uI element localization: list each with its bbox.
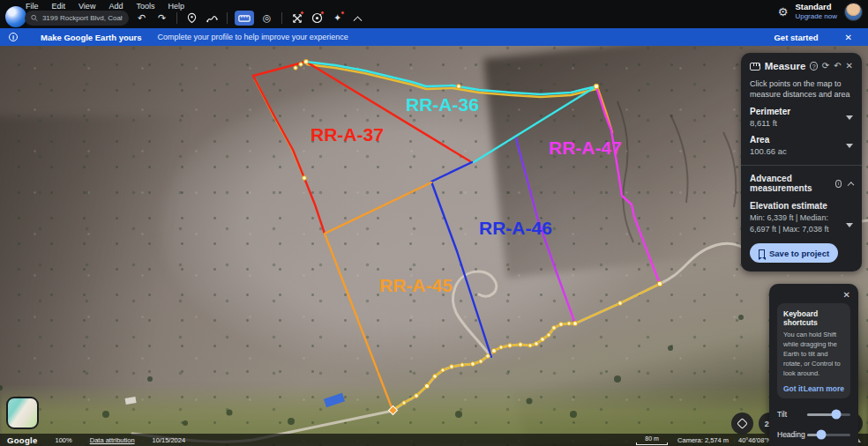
toolbar: ↶ ↷ ◎ ✦ xyxy=(25,11,365,26)
got-it-button[interactable]: Got it xyxy=(783,384,803,393)
map-canvas[interactable]: RR-A-36 RR-A-37 RR-A-45 RR-A-46 RR-A-47 … xyxy=(0,46,868,446)
orbit-button[interactable] xyxy=(310,11,325,26)
banner-close-icon[interactable]: ✕ xyxy=(845,33,852,42)
parcel-label-rr-a-45: RR-A-45 xyxy=(379,275,453,295)
advanced-info-icon[interactable]: i xyxy=(835,180,842,188)
look-around-button[interactable] xyxy=(731,413,753,435)
heading-slider-thumb[interactable] xyxy=(816,430,826,440)
banner-title: Make Google Earth yours xyxy=(41,33,142,42)
heading-slider[interactable] xyxy=(807,434,850,436)
account-area: ⚙ Standard Upgrade now xyxy=(778,3,863,21)
bookmark-icon xyxy=(759,249,765,257)
minimap-thumbnail[interactable] xyxy=(6,397,39,429)
parcel-line-rr-a-46 xyxy=(431,162,491,357)
perimeter-value: 8,611 ft xyxy=(750,118,846,128)
path-icon xyxy=(206,13,218,23)
save-to-project-button[interactable]: Save to project xyxy=(750,243,838,263)
restart-icon[interactable]: ⟳ xyxy=(822,62,829,71)
top-bar: File Edit View Add Tools Help ↶ ↷ xyxy=(0,0,868,28)
move-3d-button[interactable] xyxy=(289,11,304,26)
parcel-line-rr-a-47 xyxy=(596,87,660,284)
plan-upgrade[interactable]: Standard Upgrade now xyxy=(795,3,837,20)
elevation-label: Elevation estimate xyxy=(750,201,853,211)
perimeter-label: Perimeter xyxy=(750,107,846,116)
redo-button[interactable]: ↷ xyxy=(154,11,169,26)
advanced-measurements-label: Advanced measurements xyxy=(750,174,832,193)
pin-icon xyxy=(187,12,197,24)
area-label: Area xyxy=(750,135,846,145)
toolbar-divider xyxy=(176,12,177,24)
panel-divider xyxy=(741,165,862,166)
search-box[interactable] xyxy=(25,11,129,26)
globe-disc-icon: ◎ xyxy=(263,12,272,24)
measure-panel-title: Measure xyxy=(765,61,806,71)
parcel-label-rr-a-46: RR-A-46 xyxy=(479,218,552,238)
diamond-icon xyxy=(737,418,748,429)
profile-banner: i Make Google Earth yours Complete your … xyxy=(0,28,868,46)
status-bar: Google 100% Data attribution 10/15/2024 … xyxy=(0,434,868,446)
banner-message: Complete your profile to help improve yo… xyxy=(158,33,348,41)
slideshow-button[interactable]: ◎ xyxy=(259,11,274,26)
imagery-zoom-level: 100% xyxy=(56,436,72,444)
shortcuts-title: Keyboard shortcuts xyxy=(783,309,844,327)
tilt-label: Tilt xyxy=(777,410,802,419)
keyboard-shortcuts-panel: ✕ Keyboard shortcuts You can hold Shift … xyxy=(769,284,858,446)
learn-more-link[interactable]: Learn more xyxy=(804,384,844,393)
area-row: Area 100.66 ac xyxy=(750,135,853,156)
parcel-label-rr-a-36: RR-A-36 xyxy=(406,94,479,115)
undo-button[interactable]: ↶ xyxy=(134,11,149,26)
heading-label: Heading xyxy=(777,430,802,439)
heading-row: Heading xyxy=(777,430,850,439)
measure-path-gold xyxy=(255,64,660,410)
imagery-date: 10/15/2024 xyxy=(153,436,186,444)
toolbar-divider xyxy=(227,12,228,24)
camera-altitude: Camera: 2,574 m xyxy=(677,436,729,444)
redo-icon: ↷ xyxy=(158,12,166,24)
notification-dot xyxy=(300,11,304,15)
measure-instructions: Click points on the map to measure dista… xyxy=(750,78,853,100)
info-icon: i xyxy=(9,33,18,41)
shortcuts-body: You can hold Shift while dragging the Ea… xyxy=(783,331,844,378)
notification-dot xyxy=(320,11,325,15)
area-value: 100.66 ac xyxy=(750,146,846,156)
avatar[interactable] xyxy=(844,3,863,21)
collapse-advanced-icon[interactable] xyxy=(848,182,855,189)
help-icon[interactable]: ? xyxy=(810,62,817,71)
notification-dot xyxy=(340,11,345,15)
buildings xyxy=(125,393,345,407)
area-units-dropdown[interactable] xyxy=(846,144,853,148)
map-scale: 80 m xyxy=(636,435,668,445)
measure-panel: Measure ? ⟳ ↶ ✕ Click points on the map … xyxy=(741,53,862,271)
parcel-line-rr-a-37 xyxy=(253,62,470,234)
ruler-icon xyxy=(238,14,251,23)
undo-measure-icon[interactable]: ↶ xyxy=(834,62,841,71)
search-icon xyxy=(31,14,38,22)
ruler-icon xyxy=(750,63,760,71)
plan-name: Standard xyxy=(795,3,837,12)
ai-features-button[interactable]: ✦ xyxy=(330,11,345,26)
draw-path-button[interactable] xyxy=(205,11,220,26)
measure-close-icon[interactable]: ✕ xyxy=(846,62,853,71)
undo-icon: ↶ xyxy=(138,12,146,24)
parcel-label-rr-a-47: RR-A-47 xyxy=(549,138,622,158)
google-watermark: Google xyxy=(7,435,38,445)
search-input[interactable] xyxy=(42,14,123,22)
collapse-toolbar-button[interactable] xyxy=(350,11,365,26)
perimeter-units-dropdown[interactable] xyxy=(846,115,853,120)
elevation-value: Min: 6,339 ft | Median: 6,697 ft | Max: … xyxy=(750,212,846,234)
shortcuts-close-icon[interactable]: ✕ xyxy=(777,290,850,300)
parcel-label-rr-a-37: RR-A-37 xyxy=(311,124,384,145)
get-started-button[interactable]: Get started xyxy=(774,33,818,42)
data-attribution-link[interactable]: Data attribution xyxy=(90,436,135,444)
upgrade-link[interactable]: Upgrade now xyxy=(795,12,837,20)
settings-gear-icon[interactable]: ⚙ xyxy=(778,5,789,19)
google-earth-app: File Edit View Add Tools Help ↶ ↷ xyxy=(0,0,868,446)
tilt-row: Tilt xyxy=(777,410,850,419)
tilt-slider[interactable] xyxy=(807,413,850,416)
tilt-slider-thumb[interactable] xyxy=(832,410,842,420)
toolbar-divider xyxy=(281,12,282,24)
measure-tool-button[interactable] xyxy=(235,11,254,26)
elevation-units-dropdown[interactable] xyxy=(846,223,853,227)
trees xyxy=(0,315,744,426)
placemark-button[interactable] xyxy=(184,11,199,26)
